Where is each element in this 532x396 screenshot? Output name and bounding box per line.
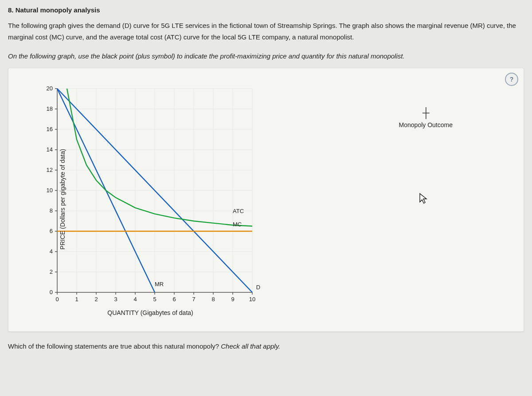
chart-card: ? ┼ Monopoly Outcome PRICE (Dollars per …: [8, 68, 524, 332]
curve-atc: [67, 89, 252, 226]
svg-text:0: 0: [55, 296, 59, 303]
followup-text: Which of the following statements are tr…: [8, 342, 221, 350]
question-body: The following graph gives the demand (D)…: [8, 20, 524, 43]
curve-label-d: D: [256, 284, 260, 291]
svg-text:1: 1: [75, 296, 78, 303]
svg-text:10: 10: [249, 296, 255, 303]
svg-text:20: 20: [47, 85, 53, 92]
svg-text:9: 9: [231, 296, 234, 303]
curve-label-mr: MR: [155, 281, 164, 287]
svg-text:8: 8: [50, 207, 53, 214]
svg-text:14: 14: [47, 146, 53, 153]
svg-text:16: 16: [47, 126, 53, 132]
svg-text:4: 4: [133, 296, 137, 303]
svg-text:4: 4: [50, 248, 53, 255]
svg-text:5: 5: [153, 296, 156, 303]
help-button[interactable]: ?: [505, 73, 518, 86]
chart-plot[interactable]: PRICE (Dollars per gigabyte of data) QUA…: [35, 84, 266, 314]
x-axis-label: QUANTITY (Gigabytes of data): [107, 309, 193, 316]
followup-hint: Check all that apply.: [221, 342, 280, 350]
svg-text:2: 2: [94, 296, 98, 303]
svg-text:8: 8: [211, 296, 215, 303]
y-axis-label: PRICE (Dollars per gigabyte of data): [59, 149, 66, 249]
svg-text:6: 6: [172, 296, 176, 303]
svg-text:7: 7: [192, 296, 195, 303]
curve-label-atc: ATC: [233, 208, 244, 214]
svg-text:12: 12: [47, 167, 53, 173]
plus-icon: ┼: [399, 108, 453, 118]
svg-text:6: 6: [50, 228, 53, 234]
followup-question: Which of the following statements are tr…: [8, 342, 524, 350]
svg-text:0: 0: [50, 289, 53, 295]
legend-monopoly-outcome[interactable]: ┼ Monopoly Outcome: [399, 108, 453, 128]
svg-text:2: 2: [50, 268, 53, 275]
svg-text:18: 18: [47, 105, 53, 112]
question-instruction: On the following graph, use the black po…: [8, 52, 524, 60]
svg-text:3: 3: [114, 296, 117, 303]
curve-label-mc: MC: [233, 221, 242, 228]
legend-label: Monopoly Outcome: [399, 121, 453, 128]
question-title: 8. Natural monopoly analysis: [8, 6, 524, 14]
cursor-icon: [418, 192, 430, 208]
svg-text:10: 10: [47, 187, 53, 194]
